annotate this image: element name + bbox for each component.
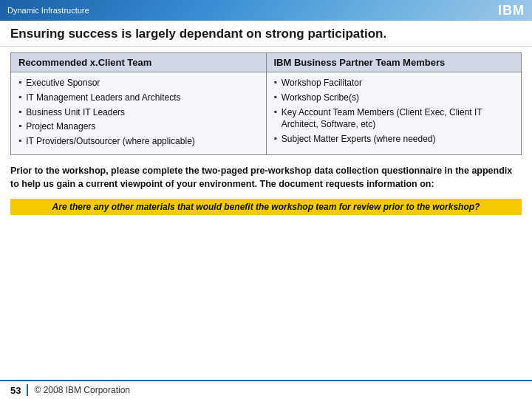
highlight-bar: Are there any other materials that would… [10,199,522,215]
bottom-bar: 53 © 2008 IBM Corporation [0,380,532,399]
col2-header: IBM Business Partner Team Members [267,53,522,72]
bullet-icon: ▪ [274,92,277,102]
bullet-icon: ▪ [18,120,21,131]
table-body-row: ▪Executive Sponsor▪IT Management Leaders… [11,72,521,154]
copyright: © 2008 IBM Corporation [34,385,130,395]
bullet-icon: ▪ [274,106,277,117]
main-heading: Ensuring success is largely dependant on… [0,21,532,47]
ibm-logo: IBM [498,3,525,18]
list-section [0,194,532,196]
bullet-icon: ▪ [18,77,21,87]
list-item: ▪Workshop Facilitator [274,77,514,89]
list-item: ▪IT Management Leaders and Architects [18,92,259,104]
list-item: ▪Key Account Team Members (Client Exec, … [274,106,514,132]
bullet-icon: ▪ [274,77,277,87]
list-item: ▪Business Unit IT Leaders [18,106,259,119]
col1-body: ▪Executive Sponsor▪IT Management Leaders… [11,72,267,154]
list-item: ▪Subject Matter Experts (where needed) [274,133,514,146]
list-item: ▪Executive Sponsor [18,77,259,89]
top-bar: Dynamic Infrastructure IBM [0,0,532,21]
list-item: ▪Workshop Scribe(s) [274,92,514,104]
info-section: Prior to the workshop, please complete t… [0,161,532,194]
page-number: 53 [10,385,21,396]
bullet-icon: ▪ [18,106,21,117]
col2-body: ▪Workshop Facilitator▪Workshop Scribe(s)… [267,72,522,154]
bottom-divider [27,384,28,396]
comparison-table: Recommended x.Client Team IBM Business P… [10,52,522,155]
table-header-row: Recommended x.Client Team IBM Business P… [11,53,521,72]
bullet-icon: ▪ [274,133,277,143]
list-item: ▪Project Managers [18,120,259,133]
col1-header: Recommended x.Client Team [11,53,267,72]
top-bar-title: Dynamic Infrastructure [7,6,89,15]
bullet-icon: ▪ [18,135,21,146]
bullet-icon: ▪ [18,92,21,102]
info-bold: Prior to the workshop, please complete t… [10,164,522,191]
list-item: ▪IT Providers/Outsourcer (where applicab… [18,135,259,148]
